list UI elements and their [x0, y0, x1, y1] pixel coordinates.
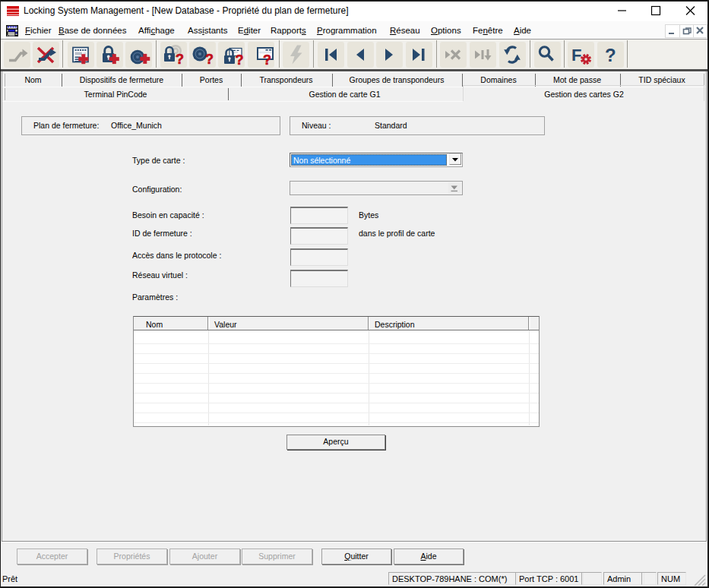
svg-text:?: ? [263, 52, 271, 68]
svg-text:?: ? [205, 52, 214, 67]
svg-text:?: ? [605, 45, 616, 65]
svg-text:?: ? [236, 52, 244, 68]
svg-text:F: F [571, 46, 581, 65]
svg-text:?: ? [176, 52, 184, 67]
